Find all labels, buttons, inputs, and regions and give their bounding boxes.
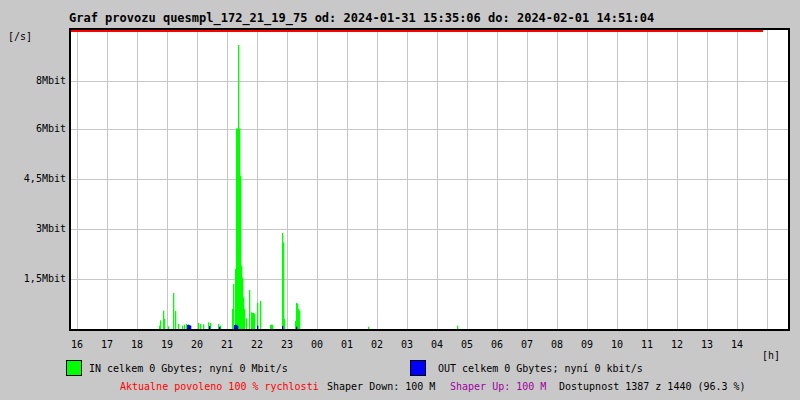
in-traffic-bar: [198, 323, 199, 329]
out-legend-swatch: [410, 360, 426, 376]
y-tick-label: 3Mbit: [6, 223, 66, 234]
in-traffic-bar: [260, 301, 261, 329]
in-traffic-bar: [246, 318, 247, 329]
out-traffic-bar: [282, 326, 283, 329]
x-tick-label: 23: [277, 339, 297, 350]
plot-border-left: [69, 28, 71, 331]
in-traffic-bar: [284, 319, 285, 329]
y-axis-unit-label: [/s]: [8, 31, 32, 42]
gridline-horizontal: [71, 279, 788, 280]
out-traffic-bar: [209, 326, 210, 329]
out-traffic-bar: [237, 326, 238, 329]
in-traffic-bar: [168, 326, 169, 329]
in-traffic-bar: [182, 326, 183, 329]
x-tick-label: 02: [367, 339, 387, 350]
in-traffic-bar: [272, 325, 273, 329]
x-tick-label: 20: [187, 339, 207, 350]
x-tick-label: 07: [517, 339, 537, 350]
x-tick-label: 21: [217, 339, 237, 350]
shaper-up-label: Shaper Up: 100 M: [450, 381, 546, 392]
plot-border-top: [69, 28, 790, 30]
out-traffic-bar: [296, 327, 297, 329]
x-tick-label: 16: [67, 339, 87, 350]
gridline-horizontal: [71, 179, 788, 180]
x-tick-label: 05: [457, 339, 477, 350]
gridline-horizontal: [71, 81, 788, 82]
x-tick-label: 00: [307, 339, 327, 350]
x-tick-label: 10: [607, 339, 627, 350]
in-traffic-bar: [257, 303, 258, 329]
in-traffic-bar: [299, 311, 300, 329]
x-tick-label: 13: [697, 339, 717, 350]
in-traffic-bar: [178, 324, 179, 329]
in-legend-swatch: [66, 360, 82, 376]
y-tick-label: 1,5Mbit: [6, 273, 66, 284]
x-tick-label: 14: [727, 339, 747, 350]
x-tick-label: 09: [577, 339, 597, 350]
gridline-horizontal: [71, 229, 788, 230]
y-tick-label: 8Mbit: [6, 75, 66, 86]
x-tick-label: 12: [667, 339, 687, 350]
in-traffic-bar: [368, 327, 369, 329]
in-traffic-bar: [203, 324, 204, 329]
availability-label: Dostupnost 1387 z 1440 (96.3 %): [559, 381, 746, 392]
out-traffic-bar: [190, 326, 191, 329]
in-traffic-bar: [164, 319, 165, 329]
in-legend-label: IN celkem 0 Gbytes; nyní 0 Mbit/s: [89, 363, 288, 374]
allowed-speed-label: Aktualne povoleno 100 % rychlosti: [120, 381, 319, 392]
in-traffic-bar: [457, 326, 458, 329]
x-tick-label: 22: [247, 339, 267, 350]
in-traffic-bar: [254, 314, 255, 329]
in-traffic-bar: [173, 293, 174, 329]
x-tick-label: 18: [127, 339, 147, 350]
x-tick-label: 03: [397, 339, 417, 350]
shaper-down-label: Shaper Down: 100 M: [327, 381, 435, 392]
in-traffic-bar: [283, 242, 284, 329]
in-traffic-bar: [233, 284, 234, 329]
in-traffic-bar: [160, 320, 161, 329]
max-speed-line: [71, 30, 763, 32]
out-legend-label: OUT celkem 0 Gbytes; nyní 0 kbit/s: [438, 363, 643, 374]
x-tick-label: 19: [157, 339, 177, 350]
in-traffic-bar: [200, 324, 201, 329]
out-traffic-bar: [219, 327, 220, 329]
x-tick-label: 11: [637, 339, 657, 350]
x-tick-label: 04: [427, 339, 447, 350]
in-traffic-bar: [175, 311, 176, 329]
y-tick-label: 6Mbit: [6, 123, 66, 134]
x-tick-label: 01: [337, 339, 357, 350]
x-axis-unit-label: [h]: [762, 350, 780, 361]
x-tick-label: 08: [547, 339, 567, 350]
in-traffic-bar: [249, 290, 250, 329]
in-traffic-bar: [184, 325, 185, 329]
out-traffic-bar: [257, 326, 258, 329]
gridline-horizontal: [71, 129, 788, 130]
plot-border-bottom: [69, 329, 790, 331]
x-tick-label: 17: [97, 339, 117, 350]
x-tick-label: 06: [487, 339, 507, 350]
in-traffic-bar: [244, 309, 245, 329]
graph-title: Graf provozu quesmpl_172_21_19_75 od: 20…: [69, 11, 654, 25]
traffic-graph: [69, 28, 790, 331]
plot-border-right: [788, 28, 790, 331]
y-tick-label: 4,5Mbit: [6, 173, 66, 184]
